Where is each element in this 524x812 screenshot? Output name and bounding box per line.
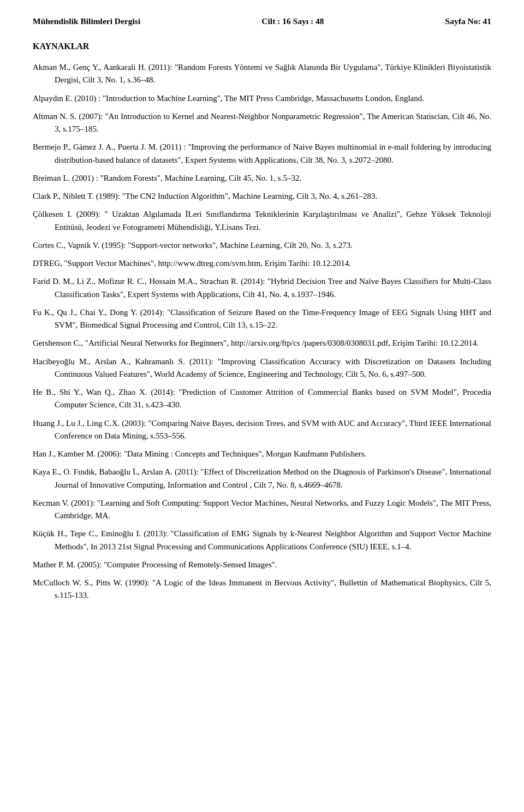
page-header: Mühendislik Bilimleri Dergisi Cilt : 16 …	[33, 16, 491, 26]
list-item: Cortes C., Vapnik V. (1995): "Support-ve…	[33, 239, 491, 252]
list-item: Gershenson C., "Artificial Neural Networ…	[33, 337, 491, 349]
list-item: Huang J., Lu J., Ling C.X. (2003): "Comp…	[33, 417, 491, 443]
list-item: Küçük H., Tepe C., Eminoğlu I. (2013): "…	[33, 527, 491, 553]
references-list: Akman M., Genç Y., Aankarali H. (2011): …	[33, 61, 491, 602]
list-item: He B., Shi Y., Wan Q., Zhao X. (2014): "…	[33, 386, 491, 412]
list-item: Hacibeyoğlu M., Arslan A., Kahramanlı S.…	[33, 355, 491, 381]
page-number: Sayfa No: 41	[445, 16, 491, 26]
section-title: KAYNAKLAR	[33, 42, 491, 51]
list-item: Fu K., Qu J., Chai Y., Dong Y. (2014): "…	[33, 306, 491, 332]
list-item: Clark P., Niblett T. (1989): "The CN2 In…	[33, 190, 491, 203]
list-item: Breiman L. (2001) : "Random Forests", Ma…	[33, 172, 491, 185]
list-item: Kaya E., O. Fındık, Babaoğlu İ., Arslan …	[33, 466, 491, 491]
list-item: Han J., Kamber M. (2006): "Data Mining :…	[33, 448, 491, 460]
page: Mühendislik Bilimleri Dergisi Cilt : 16 …	[0, 0, 524, 812]
list-item: Alpaydın E. (2010) : "Introduction to Ma…	[33, 92, 491, 105]
list-item: Farid D. M., Li Z., Mofizur R. C., Hossa…	[33, 275, 491, 301]
list-item: Akman M., Genç Y., Aankarali H. (2011): …	[33, 61, 491, 87]
list-item: DTREG, "Support Vector Machines", http:/…	[33, 257, 491, 270]
list-item: Mather P. M. (2005): "Computer Processin…	[33, 559, 491, 571]
volume-info: Cilt : 16 Sayı : 48	[261, 16, 324, 26]
journal-title: Mühendislik Bilimleri Dergisi	[33, 16, 140, 26]
list-item: Bermejo P., Gámez J. A., Puerta J. M. (2…	[33, 141, 491, 167]
list-item: Çölkesen I. (2009): " Uzaktan Algılamada…	[33, 208, 491, 234]
list-item: McCulloch W. S., Pitts W. (1990): "A Log…	[33, 577, 491, 602]
list-item: Kecman V. (2001): "Learning and Soft Com…	[33, 497, 491, 523]
list-item: Altman N. S. (2007): "An Introduction to…	[33, 110, 491, 136]
